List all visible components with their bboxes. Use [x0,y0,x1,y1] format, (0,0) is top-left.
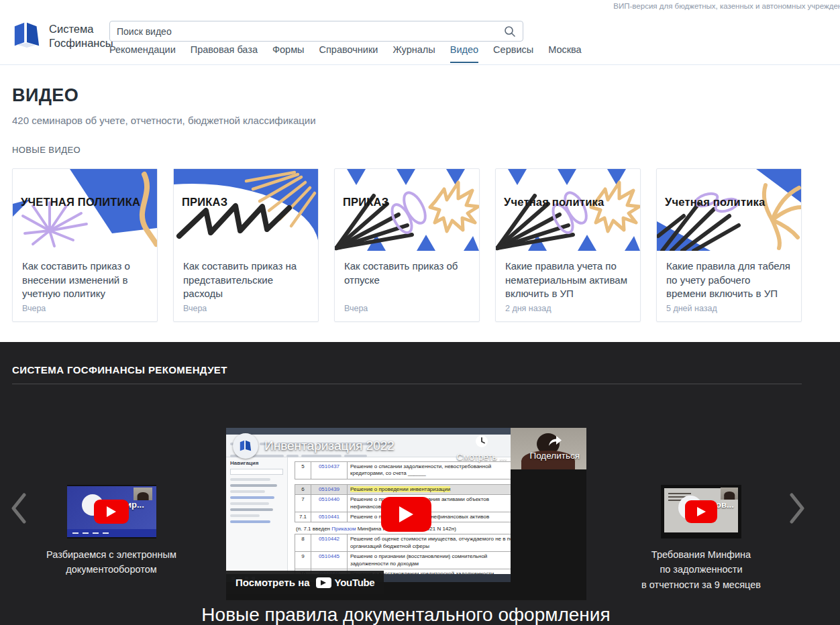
search-input[interactable] [117,26,504,37]
clock-icon [475,435,488,450]
video-card[interactable]: ПРИКАЗ Как составить приказ об отпуске В… [334,168,480,322]
webcam-preview [721,488,738,500]
new-videos-list: УЧЕТНАЯ ПОЛИТИКА Как составить приказ о … [12,168,828,322]
chevron-right-icon [788,515,806,526]
chevron-left-icon [9,515,28,526]
page-subtitle: 420 семинаров об учете, отчетности, бюдж… [12,115,828,126]
table-row: 8 0510442 Решение об оценке стоимости им… [295,534,511,552]
table-row: 9 0510445 Решение о признании (восстанов… [295,551,511,569]
recommend-section: СИСТЕМА ГОСФИНАНСЫ РЕКОМЕНДУЕТ ир. [0,342,840,625]
page-title: ВИДЕО [12,65,828,106]
video-card[interactable]: УЧЕТНАЯ ПОЛИТИКА Как составить приказ о … [12,168,158,322]
video-thumbnail: ПРИКАЗ [335,169,479,251]
share-arrow-icon [547,435,562,449]
watch-later-button[interactable]: Смотреть ... [456,435,507,462]
video-card-body: Как составить приказ на представительски… [174,251,318,321]
video-title: Какие правила учета по нематериальным ак… [505,260,631,301]
video-page-content: ВИДЕО 420 семинаров об учете, отчетности… [0,65,840,342]
youtube-logo-icon: YouTube [316,577,375,588]
video-card-body: Какие правила для табеля по учету рабоче… [657,251,801,321]
video-card-body: Как составить приказ об отпуске Вчера [335,251,479,321]
channel-avatar [233,433,258,459]
player-title-link[interactable]: Инвентаризация 2022 [233,433,395,459]
video-title: Как составить приказ об отпуске [344,260,470,287]
youtube-play-icon [94,500,129,524]
video-thumbnail: Учетная политика [657,169,801,251]
nav-item-journals[interactable]: Журналы [392,44,435,63]
word-navigation-pane: Навигация [226,457,288,574]
carousel-next-caption: Требования Минфина по задолженности в от… [614,547,788,592]
thumbnail-topic-label: Учетная политика [665,196,765,209]
video-date: Вчера [183,304,309,313]
nav-item-video-active[interactable]: Видео [450,44,478,63]
search-icon[interactable] [504,25,516,38]
book-logo-icon [12,21,42,51]
search-bar [109,21,523,42]
table-row-highlighted: 6 0510439 Решение о проведении инвентари… [295,484,511,495]
main-nav: Рекомендации Правовая база Формы Справоч… [109,44,582,63]
video-date: 2 дня назад [505,304,631,313]
watch-on-youtube-button[interactable]: Посмотреть на YouTube [226,571,384,594]
youtube-play-button[interactable] [381,497,431,532]
video-thumbnail: Учетная политика [496,169,640,251]
carousel-prev-video[interactable]: ир... [67,485,156,538]
carousel-prev-button[interactable] [9,492,28,527]
carousel-prev-caption: Разбираемся с электронным документооборо… [28,547,195,577]
nav-item-legal-base[interactable]: Правовая база [191,44,258,63]
share-button[interactable]: Поделиться [529,435,580,462]
vip-version-link[interactable]: ВИП-версия для бюджетных, казенных и авт… [613,2,840,10]
logo-text: Система Госфинансы [49,22,113,50]
youtube-play-icon [685,500,717,523]
player-top-controls: Смотреть ... Поделиться [456,435,580,462]
video-thumbnail: УЧЕТНАЯ ПОЛИТИКА [13,169,157,251]
logo[interactable]: Система Госфинансы [12,21,113,51]
nav-item-forms[interactable]: Формы [272,44,305,63]
thumbnail-topic-label: ПРИКАЗ [343,196,388,209]
video-title: Как составить приказ о внесении изменени… [22,260,148,301]
video-card[interactable]: Учетная политика Какие правила для табел… [656,168,802,322]
video-title: Какие правила для табеля по учету рабоче… [666,260,792,301]
thumbnail-topic-label: ПРИКАЗ [182,196,227,209]
thumbnail-topic-label: УЧЕТНАЯ ПОЛИТИКА [21,196,140,209]
video-title: Как составить приказ на представительски… [183,260,309,301]
nav-item-directories[interactable]: Справочники [319,44,378,63]
video-date: Вчера [344,304,470,313]
carousel-next-button[interactable] [788,492,806,527]
video-thumbnail: ПРИКАЗ [174,169,318,251]
player-video-title: Инвентаризация 2022 [264,439,395,453]
nav-item-region-moscow[interactable]: Москва [548,44,582,63]
table-row: 5 0510437 Решение о списании задолженнос… [295,461,511,479]
video-card-body: Как составить приказ о внесении изменени… [13,251,157,321]
video-title-fragment: ир... [126,500,144,510]
video-date: Вчера [22,304,148,313]
main-video-caption: Новые правила документального оформления [201,604,610,625]
video-card[interactable]: ПРИКАЗ Как составить приказ на представи… [173,168,319,322]
nav-item-services[interactable]: Сервисы [493,44,533,63]
carousel-next-video[interactable]: ов... [661,485,741,538]
video-card-body: Какие правила учета по нематериальным ак… [496,251,640,321]
page: ВИП-версия для бюджетных, казенных и авт… [0,0,840,625]
video-title-fragment: ов... [716,500,734,510]
recommend-heading: СИСТЕМА ГОСФИНАНСЫ РЕКОМЕНДУЕТ [12,364,227,376]
video-date: 5 дней назад [666,304,792,313]
new-videos-heading: НОВЫЕ ВИДЕО [12,145,828,155]
webcam-preview [134,488,152,500]
video-card[interactable]: Учетная политика Какие правила учета по … [495,168,641,322]
book-logo-icon [239,440,252,452]
youtube-player: Навигация 5 0510437 Решение о списан [226,428,586,600]
nav-item-recommendations[interactable]: Рекомендации [109,44,176,63]
thumbnail-topic-label: Учетная политика [504,196,604,209]
recommend-divider [12,384,802,384]
